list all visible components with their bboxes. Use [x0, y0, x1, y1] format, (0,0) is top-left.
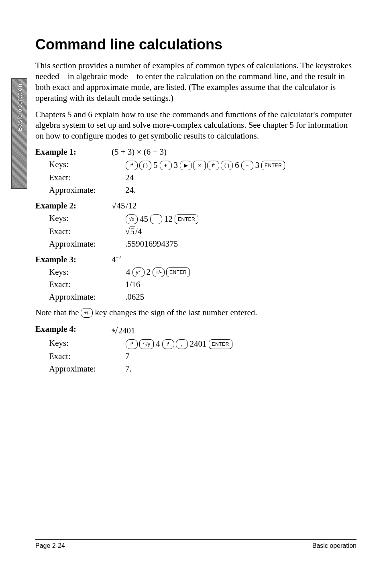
row-value: 24.: [125, 185, 357, 195]
page-content: Command line calculations This section p…: [35, 36, 357, 376]
row-value: 24: [125, 173, 357, 183]
row-value: 4yˣ2+/-ENTER: [125, 267, 357, 277]
example-row: Keys:↱( )5+3▶×↱( )6−3ENTER: [35, 159, 357, 170]
keycap-icon: −: [241, 161, 253, 170]
row-label: Example 3:: [35, 255, 112, 265]
exact-value: 1/16: [125, 280, 140, 290]
row-label: Keys:: [35, 213, 125, 223]
row-label: Keys:: [35, 267, 125, 277]
example-row: Exact:7: [35, 351, 357, 361]
keystroke-text: 3: [255, 160, 260, 170]
keycap-icon: ÷: [150, 214, 162, 224]
keycap-icon: ×: [194, 161, 206, 170]
row-value: 4√2401: [112, 324, 357, 336]
keycap-icon: ↱: [162, 339, 174, 349]
row-value: 7: [125, 351, 357, 361]
example-row: Keys:√x45÷12ENTER: [35, 213, 357, 224]
keycap-icon: ,: [176, 339, 188, 349]
row-label: Keys:: [35, 159, 125, 169]
row-label: Approximate:: [35, 364, 125, 374]
row-value: ↱ˣ√y4↱,2401ENTER: [125, 339, 357, 349]
side-tab-label: Basic operation: [16, 84, 23, 131]
example-row: Approximate:24.: [35, 185, 357, 195]
keycap-icon: ↱: [126, 161, 138, 170]
approx-value: 24.: [125, 185, 136, 195]
intro-paragraph-1: This section provides a number of exampl…: [35, 60, 357, 104]
approx-value: .0625: [125, 292, 144, 302]
row-value: .559016994375: [125, 239, 357, 249]
radicand: 5: [130, 227, 136, 236]
page-footer: Page 2-24 Basic operation: [35, 539, 357, 549]
row-label: Exact:: [35, 280, 125, 290]
intro-paragraph-2: Chapters 5 and 6 explain how to use the …: [35, 109, 357, 142]
expr-suffix: /4: [135, 227, 142, 236]
keycap-icon: ( ): [139, 161, 151, 170]
sqrt-expression: √45: [112, 201, 126, 211]
example-header-row: Example 2:√45/12: [35, 201, 357, 211]
keycap-icon: +/-: [153, 267, 165, 277]
expr-suffix: /12: [126, 201, 137, 210]
example-row: Exact:√5/4: [35, 227, 357, 237]
keycap-icon: ( ): [221, 161, 233, 170]
footer-page-number: Page 2-24: [35, 542, 65, 549]
example-header-row: Example 4:4√2401: [35, 324, 357, 336]
keystroke-text: 6: [235, 160, 239, 170]
example-row: Approximate:.559016994375: [35, 239, 357, 249]
keycap-icon: √x: [126, 214, 138, 224]
approx-value: 7.: [125, 364, 132, 374]
keystroke-text: 2401: [190, 339, 207, 349]
keystroke-text: 4: [126, 267, 130, 277]
row-value: (5 + 3) × (6 − 3): [112, 147, 357, 157]
exact-value: 7: [125, 351, 130, 361]
sqrt-expression: 4√2401: [112, 326, 136, 336]
example-row: Approximate:.0625: [35, 292, 357, 302]
footer-section: Basic operation: [312, 542, 357, 549]
example-row: Approximate:7.: [35, 364, 357, 374]
expression-text: (5 + 3) × (6 − 3): [112, 147, 167, 157]
example-row: Keys:↱ˣ√y4↱,2401ENTER: [35, 338, 357, 349]
example-row: Exact:1/16: [35, 280, 357, 290]
keystroke-text: 12: [164, 214, 173, 224]
row-value: √x45÷12ENTER: [125, 214, 357, 224]
keystroke-text: 45: [140, 214, 148, 224]
note-prefix: Note that the: [35, 308, 79, 318]
keycap-icon: yˣ: [132, 267, 145, 277]
keycap-icon: +: [160, 161, 172, 170]
keycap-icon: ↱: [207, 161, 219, 170]
keycap-icon: ENTER: [261, 161, 285, 170]
row-value: ↱( )5+3▶×↱( )6−3ENTER: [125, 160, 357, 170]
keycap-icon: ENTER: [209, 339, 232, 349]
row-label: Example 1:: [35, 147, 112, 157]
keystroke-text: 4: [156, 339, 160, 349]
exact-value: 24: [125, 173, 134, 183]
row-value: √45/12: [112, 201, 357, 211]
row-label: Example 2:: [35, 201, 112, 211]
row-label: Approximate:: [35, 239, 125, 249]
radicand: 45: [116, 201, 126, 210]
row-value: .0625: [125, 292, 357, 302]
row-label: Approximate:: [35, 185, 125, 195]
example-header-row: Example 3:4−2: [35, 255, 357, 265]
row-label: Keys:: [35, 338, 125, 348]
note-text: Note that the+/-key changes the sign of …: [35, 308, 357, 318]
expression-text: 4−2: [112, 255, 121, 265]
note-suffix: key changes the sign of the last number …: [95, 308, 257, 318]
row-label: Exact:: [35, 227, 125, 237]
row-value: √5/4: [125, 227, 357, 237]
examples-block: Example 1:(5 + 3) × (6 − 3)Keys:↱( )5+3▶…: [35, 147, 357, 374]
example-row: Keys:4yˣ2+/-ENTER: [35, 267, 357, 277]
keycap-icon: +/-: [81, 308, 93, 318]
keycap-icon: ENTER: [166, 267, 190, 277]
keycap-icon: ▶: [180, 161, 192, 170]
row-label: Exact:: [35, 173, 125, 183]
keystroke-text: 2: [147, 267, 151, 277]
row-value: 4−2: [112, 255, 357, 265]
keycap-icon: ↱: [126, 339, 138, 349]
keycap-icon: ENTER: [175, 214, 198, 224]
keystroke-text: 5: [153, 160, 158, 170]
row-value: 1/16: [125, 280, 357, 290]
approx-value: .559016994375: [125, 239, 178, 249]
radicand: 2401: [118, 326, 136, 335]
row-value: 7.: [125, 364, 357, 374]
row-label: Exact:: [35, 351, 125, 361]
